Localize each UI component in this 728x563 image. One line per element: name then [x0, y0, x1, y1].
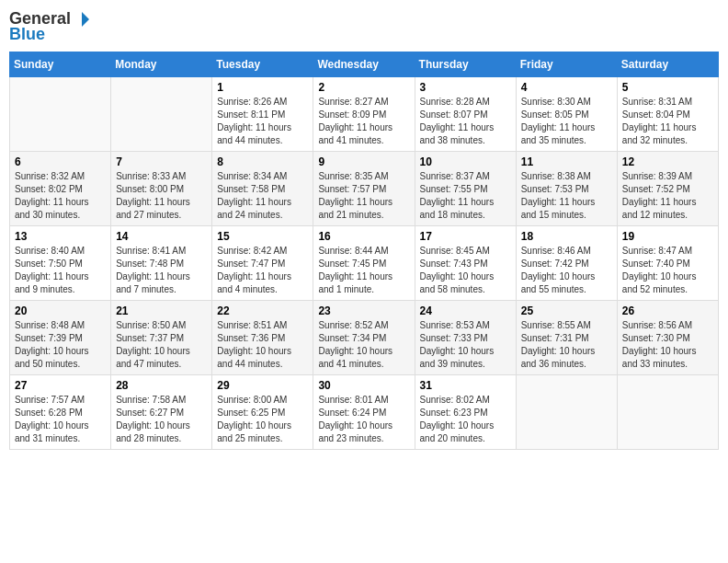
day-info: Sunrise: 8:38 AMSunset: 7:53 PMDaylight:…: [521, 170, 612, 222]
calendar-week-row: 27Sunrise: 7:57 AMSunset: 6:28 PMDayligh…: [10, 375, 719, 450]
calendar-cell: 5Sunrise: 8:31 AMSunset: 8:04 PMDaylight…: [617, 77, 718, 152]
calendar-cell: 12Sunrise: 8:39 AMSunset: 7:52 PMDayligh…: [617, 152, 718, 226]
day-info: Sunrise: 8:32 AMSunset: 8:02 PMDaylight:…: [15, 170, 106, 222]
calendar-cell: 8Sunrise: 8:34 AMSunset: 7:58 PMDaylight…: [212, 152, 313, 226]
calendar-cell: 19Sunrise: 8:47 AMSunset: 7:40 PMDayligh…: [617, 226, 718, 301]
day-info: Sunrise: 8:28 AMSunset: 8:07 PMDaylight:…: [420, 96, 511, 147]
calendar-cell: 27Sunrise: 7:57 AMSunset: 6:28 PMDayligh…: [10, 375, 111, 450]
day-number: 16: [318, 230, 409, 243]
calendar-cell: 31Sunrise: 8:02 AMSunset: 6:23 PMDayligh…: [415, 375, 516, 450]
day-info: Sunrise: 8:45 AMSunset: 7:43 PMDaylight:…: [420, 245, 511, 296]
weekday-header-row: SundayMondayTuesdayWednesdayThursdayFrid…: [10, 52, 719, 77]
day-number: 27: [15, 379, 106, 392]
calendar-cell: 2Sunrise: 8:27 AMSunset: 8:09 PMDaylight…: [313, 77, 415, 152]
day-info: Sunrise: 8:34 AMSunset: 7:58 PMDaylight:…: [217, 170, 308, 222]
calendar-cell: 30Sunrise: 8:01 AMSunset: 6:24 PMDayligh…: [313, 375, 415, 450]
day-info: Sunrise: 8:55 AMSunset: 7:31 PMDaylight:…: [521, 319, 612, 371]
calendar-cell: 18Sunrise: 8:46 AMSunset: 7:42 PMDayligh…: [516, 226, 617, 301]
calendar-cell: 6Sunrise: 8:32 AMSunset: 8:02 PMDaylight…: [10, 152, 111, 226]
calendar-cell: 28Sunrise: 7:58 AMSunset: 6:27 PMDayligh…: [111, 375, 212, 450]
day-info: Sunrise: 8:39 AMSunset: 7:52 PMDaylight:…: [622, 170, 713, 222]
calendar-cell: 9Sunrise: 8:35 AMSunset: 7:57 PMDaylight…: [313, 152, 415, 226]
calendar-week-row: 6Sunrise: 8:32 AMSunset: 8:02 PMDaylight…: [10, 152, 719, 226]
logo-flag-icon: [73, 10, 91, 29]
day-number: 4: [521, 81, 612, 94]
day-number: 28: [116, 379, 207, 392]
weekday-header-wednesday: Wednesday: [313, 52, 415, 77]
day-info: Sunrise: 8:02 AMSunset: 6:23 PMDaylight:…: [420, 394, 511, 445]
day-info: Sunrise: 8:56 AMSunset: 7:30 PMDaylight:…: [622, 319, 713, 371]
calendar-cell: 3Sunrise: 8:28 AMSunset: 8:07 PMDaylight…: [415, 77, 516, 152]
day-number: 3: [420, 81, 511, 94]
day-number: 31: [420, 379, 511, 392]
day-info: Sunrise: 8:37 AMSunset: 7:55 PMDaylight:…: [420, 170, 511, 222]
calendar-table: SundayMondayTuesdayWednesdayThursdayFrid…: [9, 52, 719, 450]
calendar-week-row: 20Sunrise: 8:48 AMSunset: 7:39 PMDayligh…: [10, 301, 719, 375]
calendar-cell: 23Sunrise: 8:52 AMSunset: 7:34 PMDayligh…: [313, 301, 415, 375]
calendar-cell: 4Sunrise: 8:30 AMSunset: 8:05 PMDaylight…: [516, 77, 617, 152]
page: General Blue SundayMondayTuesdayWednesda…: [0, 0, 728, 563]
day-number: 13: [15, 230, 106, 243]
svg-marker-0: [82, 12, 89, 27]
day-info: Sunrise: 7:57 AMSunset: 6:28 PMDaylight:…: [15, 394, 106, 445]
calendar-cell: [10, 77, 111, 152]
day-number: 18: [521, 230, 612, 243]
calendar-cell: 24Sunrise: 8:53 AMSunset: 7:33 PMDayligh…: [415, 301, 516, 375]
calendar-week-row: 1Sunrise: 8:26 AMSunset: 8:11 PMDaylight…: [10, 77, 719, 152]
calendar-cell: 14Sunrise: 8:41 AMSunset: 7:48 PMDayligh…: [111, 226, 212, 301]
calendar-cell: 10Sunrise: 8:37 AMSunset: 7:55 PMDayligh…: [415, 152, 516, 226]
day-number: 8: [217, 155, 308, 168]
calendar-cell: 13Sunrise: 8:40 AMSunset: 7:50 PMDayligh…: [10, 226, 111, 301]
day-info: Sunrise: 8:48 AMSunset: 7:39 PMDaylight:…: [15, 319, 106, 371]
day-info: Sunrise: 8:33 AMSunset: 8:00 PMDaylight:…: [116, 170, 207, 222]
day-number: 22: [217, 304, 308, 317]
day-number: 11: [521, 155, 612, 168]
calendar-cell: 1Sunrise: 8:26 AMSunset: 8:11 PMDaylight…: [212, 77, 313, 152]
logo-blue-text: Blue: [9, 25, 45, 44]
day-number: 2: [318, 81, 409, 94]
weekday-header-sunday: Sunday: [10, 52, 111, 77]
day-number: 26: [622, 304, 713, 317]
calendar-cell: 15Sunrise: 8:42 AMSunset: 7:47 PMDayligh…: [212, 226, 313, 301]
header: General Blue: [9, 9, 719, 44]
day-info: Sunrise: 7:58 AMSunset: 6:27 PMDaylight:…: [116, 394, 207, 445]
day-number: 5: [622, 81, 713, 94]
day-info: Sunrise: 8:40 AMSunset: 7:50 PMDaylight:…: [15, 245, 106, 296]
logo: General Blue: [9, 9, 91, 44]
calendar-cell: 17Sunrise: 8:45 AMSunset: 7:43 PMDayligh…: [415, 226, 516, 301]
day-number: 23: [318, 304, 409, 317]
day-info: Sunrise: 8:52 AMSunset: 7:34 PMDaylight:…: [318, 319, 409, 371]
calendar-week-row: 13Sunrise: 8:40 AMSunset: 7:50 PMDayligh…: [10, 226, 719, 301]
day-info: Sunrise: 8:27 AMSunset: 8:09 PMDaylight:…: [318, 96, 409, 147]
calendar-cell: 22Sunrise: 8:51 AMSunset: 7:36 PMDayligh…: [212, 301, 313, 375]
day-info: Sunrise: 8:44 AMSunset: 7:45 PMDaylight:…: [318, 245, 409, 296]
day-number: 17: [420, 230, 511, 243]
day-info: Sunrise: 8:42 AMSunset: 7:47 PMDaylight:…: [217, 245, 308, 296]
day-info: Sunrise: 8:50 AMSunset: 7:37 PMDaylight:…: [116, 319, 207, 371]
day-number: 10: [420, 155, 511, 168]
calendar-cell: 20Sunrise: 8:48 AMSunset: 7:39 PMDayligh…: [10, 301, 111, 375]
day-info: Sunrise: 8:31 AMSunset: 8:04 PMDaylight:…: [622, 96, 713, 147]
weekday-header-thursday: Thursday: [415, 52, 516, 77]
day-info: Sunrise: 8:35 AMSunset: 7:57 PMDaylight:…: [318, 170, 409, 222]
weekday-header-tuesday: Tuesday: [212, 52, 313, 77]
calendar-cell: 29Sunrise: 8:00 AMSunset: 6:25 PMDayligh…: [212, 375, 313, 450]
weekday-header-friday: Friday: [516, 52, 617, 77]
day-info: Sunrise: 8:26 AMSunset: 8:11 PMDaylight:…: [217, 96, 308, 147]
calendar-cell: [111, 77, 212, 152]
day-number: 1: [217, 81, 308, 94]
day-number: 24: [420, 304, 511, 317]
day-number: 20: [15, 304, 106, 317]
calendar-cell: [617, 375, 718, 450]
day-info: Sunrise: 8:30 AMSunset: 8:05 PMDaylight:…: [521, 96, 612, 147]
day-info: Sunrise: 8:47 AMSunset: 7:40 PMDaylight:…: [622, 245, 713, 296]
day-info: Sunrise: 8:46 AMSunset: 7:42 PMDaylight:…: [521, 245, 612, 296]
day-number: 30: [318, 379, 409, 392]
weekday-header-monday: Monday: [111, 52, 212, 77]
day-number: 21: [116, 304, 207, 317]
day-info: Sunrise: 8:41 AMSunset: 7:48 PMDaylight:…: [116, 245, 207, 296]
calendar-cell: 16Sunrise: 8:44 AMSunset: 7:45 PMDayligh…: [313, 226, 415, 301]
calendar-cell: [516, 375, 617, 450]
calendar-cell: 26Sunrise: 8:56 AMSunset: 7:30 PMDayligh…: [617, 301, 718, 375]
day-info: Sunrise: 8:01 AMSunset: 6:24 PMDaylight:…: [318, 394, 409, 445]
